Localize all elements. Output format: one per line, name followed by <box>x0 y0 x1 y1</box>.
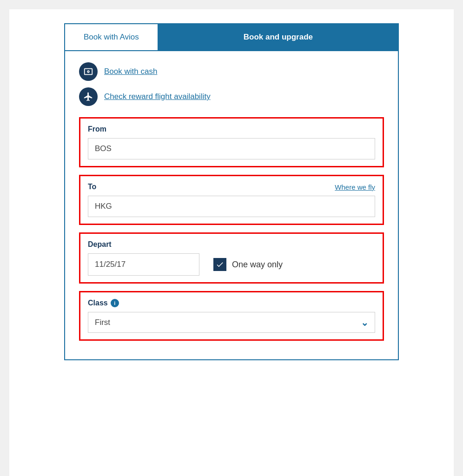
class-info-icon[interactable]: i <box>111 299 119 307</box>
plane-icon <box>79 87 98 106</box>
quick-links: Book with cash Check reward flight avail… <box>79 62 384 106</box>
to-section: To Where we fly <box>79 175 384 225</box>
class-select-wrapper: Economy Premium Economy Business First ⌄ <box>88 312 375 333</box>
date-input-wrapper <box>88 253 199 276</box>
book-with-cash-item: Book with cash <box>79 62 384 81</box>
depart-row: One way only <box>88 253 375 276</box>
card-body: Book with cash Check reward flight avail… <box>65 50 398 359</box>
from-section: From <box>79 117 384 167</box>
booking-card: Book with Avios Book and upgrade Book wi… <box>64 23 399 360</box>
class-section: Class i Economy Premium Economy Business… <box>79 291 384 341</box>
from-label: From <box>88 125 375 133</box>
depart-section: Depart <box>79 232 384 284</box>
date-input[interactable] <box>88 254 199 275</box>
tab-book-and-upgrade[interactable]: Book and upgrade <box>159 24 398 50</box>
check-reward-item: Check reward flight availability <box>79 87 384 106</box>
class-select[interactable]: Economy Premium Economy Business First <box>88 312 375 333</box>
from-input[interactable] <box>88 138 375 159</box>
class-label: Class i <box>88 299 375 307</box>
tab-bar: Book with Avios Book and upgrade <box>65 24 398 50</box>
depart-label: Depart <box>88 240 375 249</box>
check-reward-link[interactable]: Check reward flight availability <box>104 92 211 101</box>
one-way-label: One way only <box>232 260 283 270</box>
one-way-group: One way only <box>213 258 283 271</box>
book-with-cash-link[interactable]: Book with cash <box>104 67 157 76</box>
to-label: To <box>88 183 96 191</box>
to-label-row: To Where we fly <box>88 183 375 191</box>
cash-icon <box>79 62 98 81</box>
to-input[interactable] <box>88 196 375 217</box>
where-we-fly-link[interactable]: Where we fly <box>335 183 375 191</box>
tab-book-with-avios[interactable]: Book with Avios <box>65 24 159 50</box>
one-way-checkbox[interactable] <box>213 258 226 271</box>
